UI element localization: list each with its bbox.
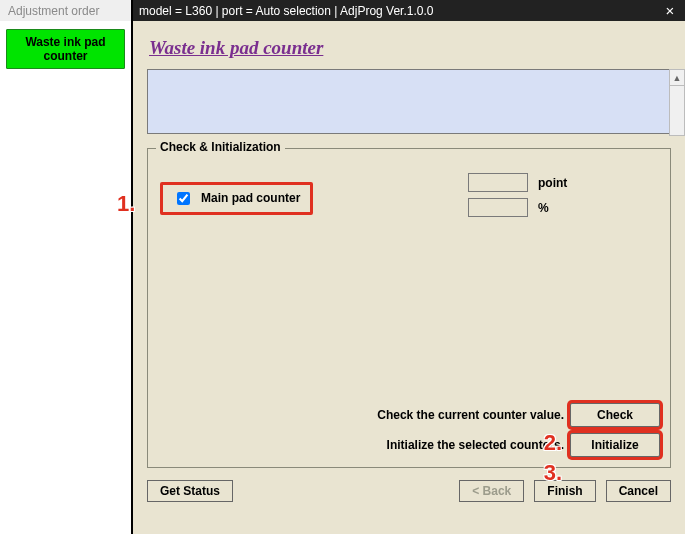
close-icon[interactable]: × bbox=[655, 0, 685, 21]
annotation-2: 2. bbox=[544, 430, 562, 456]
window-title: model = L360 | port = Auto selection | A… bbox=[139, 4, 433, 18]
scrollbar[interactable]: ▲ bbox=[669, 69, 685, 136]
cancel-button[interactable]: Cancel bbox=[606, 480, 671, 502]
sidebar: Adjustment order Waste ink pad counter bbox=[0, 0, 133, 534]
counter-row: Main pad counter point % bbox=[160, 173, 658, 223]
scroll-up-icon[interactable]: ▲ bbox=[670, 70, 684, 86]
app-root: Adjustment order Waste ink pad counter m… bbox=[0, 0, 685, 534]
initialize-button[interactable]: Initialize bbox=[570, 433, 660, 457]
page-title: Waste ink pad counter bbox=[149, 37, 671, 59]
percent-value bbox=[468, 198, 528, 217]
content-area: Waste ink pad counter ▲ Check & Initiali… bbox=[133, 21, 685, 534]
annotation-1: 1. bbox=[117, 191, 135, 217]
main-pad-checkbox[interactable] bbox=[177, 192, 190, 205]
log-output: ▲ bbox=[147, 69, 669, 134]
init-hint: Initialize the selected counters. bbox=[387, 438, 564, 452]
percent-line: % bbox=[468, 198, 578, 217]
point-unit: point bbox=[538, 176, 578, 190]
sidebar-title: Adjustment order bbox=[0, 0, 131, 21]
titlebar: model = L360 | port = Auto selection | A… bbox=[133, 0, 685, 21]
group-legend: Check & Initialization bbox=[156, 140, 285, 154]
check-hint: Check the current counter value. bbox=[377, 408, 564, 422]
action-rows: Check the current counter value. Check I… bbox=[158, 397, 660, 457]
sidebar-item-waste-ink-pad[interactable]: Waste ink pad counter bbox=[6, 29, 125, 69]
check-button[interactable]: Check bbox=[570, 403, 660, 427]
main-pad-checkbox-wrap[interactable]: Main pad counter bbox=[160, 182, 313, 215]
point-line: point bbox=[468, 173, 578, 192]
bottom-buttons: Get Status < Back Finish Cancel bbox=[147, 480, 671, 502]
main-pad-label: Main pad counter bbox=[201, 191, 300, 205]
init-line: Initialize the selected counters. Initia… bbox=[158, 433, 660, 457]
point-value bbox=[468, 173, 528, 192]
check-line: Check the current counter value. Check bbox=[158, 403, 660, 427]
check-init-group: Check & Initialization Main pad counter … bbox=[147, 148, 671, 468]
percent-unit: % bbox=[538, 201, 578, 215]
main-panel: model = L360 | port = Auto selection | A… bbox=[133, 0, 685, 534]
annotation-3: 3. bbox=[544, 460, 562, 486]
sidebar-body: Waste ink pad counter bbox=[0, 21, 131, 534]
get-status-button[interactable]: Get Status bbox=[147, 480, 233, 502]
back-button[interactable]: < Back bbox=[459, 480, 524, 502]
value-column: point % bbox=[468, 173, 578, 223]
